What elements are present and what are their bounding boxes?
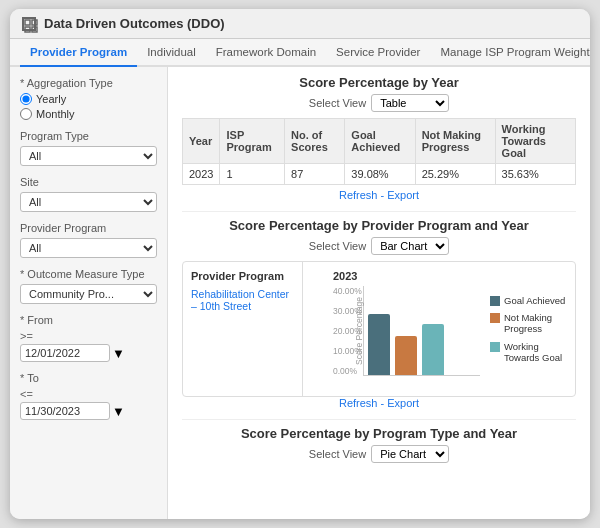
section2-export-link[interactable]: Export (387, 397, 419, 409)
section-score-by-year: Score Percentage by Year Select View Tab… (182, 75, 576, 201)
svg-rect-0 (25, 20, 30, 25)
section1-export-link[interactable]: Export (387, 189, 419, 201)
outcome-measure-select[interactable]: Community Pro... (20, 284, 157, 304)
provider-program-header: Provider Program (191, 270, 294, 282)
section2-refresh-export: Refresh - Export (182, 397, 576, 409)
section2-select-view-dropdown[interactable]: Bar Chart Table Pie Chart (371, 237, 449, 255)
section-score-by-program-type: Score Percentage by Program Type and Yea… (182, 426, 576, 463)
col-goal: Goal Achieved (345, 119, 415, 164)
section3-title: Score Percentage by Program Type and Yea… (182, 426, 576, 441)
radio-yearly-input[interactable] (20, 93, 32, 105)
provider-program-select[interactable]: All (20, 238, 157, 258)
svg-rect-1 (32, 20, 37, 25)
bar-chart-left-panel: Provider Program Rehabilitation Center –… (183, 262, 303, 396)
col-year: Year (183, 119, 220, 164)
tab-individual[interactable]: Individual (137, 39, 206, 67)
legend-label: Goal Achieved (504, 295, 565, 306)
section2-select-view-label: Select View (309, 240, 366, 252)
to-label: * To (20, 372, 157, 384)
y-label-0: 0.00% (333, 366, 363, 376)
section2-title: Score Percentage by Provider Program and… (182, 218, 576, 233)
radio-monthly-input[interactable] (20, 108, 32, 120)
col-isp: ISP Program (220, 119, 285, 164)
section2-select-view-row: Select View Bar Chart Table Pie Chart (182, 237, 576, 255)
from-calendar-icon[interactable]: ▼ (112, 346, 125, 361)
tab-service-provider[interactable]: Service Provider (326, 39, 430, 67)
score-by-year-table: Year ISP Program No. of Scores Goal Achi… (182, 118, 576, 185)
from-label: * From (20, 314, 157, 326)
aggregation-type-section: * Aggregation Type Yearly Monthly (20, 77, 157, 120)
program-type-select[interactable]: All (20, 146, 157, 166)
col-not-making: Not Making Progress (415, 119, 495, 164)
legend-swatch (490, 342, 500, 352)
section3-select-view-label: Select View (309, 448, 366, 460)
outcome-measure-section: * Outcome Measure Type Community Pro... (20, 268, 157, 304)
svg-rect-2 (25, 27, 30, 32)
program-type-section: Program Type All (20, 130, 157, 166)
section1-refresh-export: Refresh - Export (182, 189, 576, 201)
y-label-40: 40.00% (333, 286, 363, 296)
radio-yearly[interactable]: Yearly (20, 93, 157, 105)
main-window: Data Driven Outcomes (DDO) Provider Prog… (10, 9, 590, 519)
app-title: Data Driven Outcomes (DDO) (44, 16, 225, 31)
section1-refresh-link[interactable]: Refresh (339, 189, 378, 201)
to-input[interactable] (20, 402, 110, 420)
tab-manage-isp[interactable]: Manage ISP Program Weights (430, 39, 590, 67)
nav-tabs: Provider Program Individual Framework Do… (10, 39, 590, 67)
aggregation-type-label: * Aggregation Type (20, 77, 157, 89)
col-scores: No. of Scores (285, 119, 345, 164)
site-select[interactable]: All (20, 192, 157, 212)
section1-select-view-row: Select View Table Bar Chart Pie Chart (182, 94, 576, 112)
to-calendar-icon[interactable]: ▼ (112, 404, 125, 419)
radio-monthly-label: Monthly (36, 108, 75, 120)
legend-item: Not Making Progress (490, 312, 570, 335)
app-icon (22, 17, 36, 31)
from-input[interactable] (20, 344, 110, 362)
outcome-measure-label: * Outcome Measure Type (20, 268, 157, 280)
title-bar: Data Driven Outcomes (DDO) (10, 9, 590, 39)
aggregation-type-radios: Yearly Monthly (20, 93, 157, 120)
table-cell: 39.08% (345, 164, 415, 185)
main-panel: Score Percentage by Year Select View Tab… (168, 67, 590, 519)
provider-program-section: Provider Program All (20, 222, 157, 258)
legend-item: Working Towards Goal (490, 341, 570, 364)
section1-title: Score Percentage by Year (182, 75, 576, 90)
section3-select-view-row: Select View Pie Chart Table Bar Chart (182, 445, 576, 463)
legend-label: Not Making Progress (504, 312, 570, 335)
legend-swatch (490, 296, 500, 306)
col-working: Working Towards Goal (495, 119, 575, 164)
bars-container (363, 286, 480, 376)
provider-name: Rehabilitation Center – 10th Street (191, 288, 294, 312)
section3-select-view-dropdown[interactable]: Pie Chart Table Bar Chart (371, 445, 449, 463)
svg-rect-3 (32, 27, 37, 32)
section2-refresh-link[interactable]: Refresh (339, 397, 378, 409)
radio-yearly-label: Yearly (36, 93, 66, 105)
site-section: Site All (20, 176, 157, 212)
table-cell: 25.29% (415, 164, 495, 185)
chart-bar (368, 314, 390, 375)
bar-chart-right-panel: 2023 40.00% 30.00% 20.00% 10.00% 0.00% (303, 262, 575, 396)
chart-bars-area: 40.00% 30.00% 20.00% 10.00% 0.00% Score … (333, 286, 480, 376)
sidebar: * Aggregation Type Yearly Monthly Progra… (10, 67, 168, 519)
content-area: * Aggregation Type Yearly Monthly Progra… (10, 67, 590, 519)
bar-chart-container: Provider Program Rehabilitation Center –… (182, 261, 576, 397)
table-cell: 1 (220, 164, 285, 185)
to-section: * To <= ▼ (20, 372, 157, 420)
chart-legend: Goal AchievedNot Making ProgressWorking … (485, 262, 575, 396)
section1-select-view-label: Select View (309, 97, 366, 109)
tab-framework-domain[interactable]: Framework Domain (206, 39, 326, 67)
table-row: 202318739.08%25.29%35.63% (183, 164, 576, 185)
legend-item: Goal Achieved (490, 295, 570, 306)
y-axis-title: Score Percentage (354, 297, 364, 365)
provider-program-label: Provider Program (20, 222, 157, 234)
site-label: Site (20, 176, 157, 188)
program-type-label: Program Type (20, 130, 157, 142)
chart-year-label: 2023 (333, 270, 480, 282)
section1-select-view-dropdown[interactable]: Table Bar Chart Pie Chart (371, 94, 449, 112)
radio-monthly[interactable]: Monthly (20, 108, 157, 120)
to-operator: <= (20, 388, 157, 400)
table-cell: 2023 (183, 164, 220, 185)
tab-provider-program[interactable]: Provider Program (20, 39, 137, 67)
from-operator: >= (20, 330, 157, 342)
chart-bar (422, 324, 444, 375)
